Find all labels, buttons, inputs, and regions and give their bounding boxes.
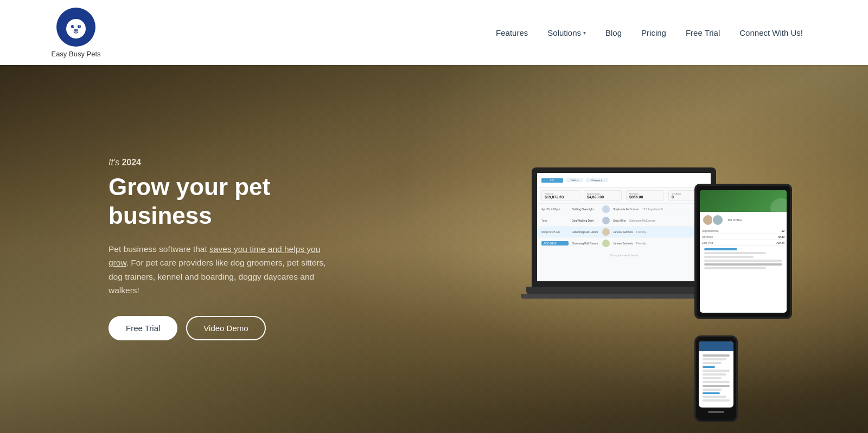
svg-point-5 xyxy=(73,25,74,27)
phone-screen xyxy=(699,341,733,408)
main-nav: Features Solutions ▾ Blog Pricing Free T… xyxy=(496,28,803,37)
free-trial-button[interactable]: Free Trial xyxy=(108,316,177,340)
tablet-banner xyxy=(700,190,787,212)
profile-label: Pet Profiles xyxy=(728,218,742,222)
hero-section: It's 2024 Grow your pet business Pet bus… xyxy=(0,65,868,433)
tablet-data-row: Revenue $480 xyxy=(702,234,784,240)
phone-app-header xyxy=(699,341,733,351)
tablet-bar-6 xyxy=(704,267,766,269)
solutions-dropdown-icon: ▾ xyxy=(583,30,586,36)
svg-point-6 xyxy=(79,25,80,27)
phone-bar-8 xyxy=(703,381,730,383)
hero-content: It's 2024 Grow your pet business Pet bus… xyxy=(0,158,380,340)
table-row: Shop 09:25 am Grooming Full Groom Janese… xyxy=(537,227,711,238)
tablet-bar-4 xyxy=(704,260,782,262)
nav-blog[interactable]: Blog xyxy=(605,28,622,37)
phone-mockup xyxy=(694,335,738,422)
table-row: Tues Dog Walking Daily Sara Miller Steph… xyxy=(537,215,711,227)
phone-content xyxy=(699,351,733,405)
profile-avatar-2 xyxy=(712,214,724,226)
nav-solutions[interactable]: Solutions ▾ xyxy=(547,28,586,37)
client-avatar xyxy=(602,228,610,236)
brand-name: Easy Busy Pets xyxy=(51,50,100,58)
phone-bar-9 xyxy=(703,385,730,387)
tablet-mockup: Pet Profiles Appointments 12 Revenue $48… xyxy=(694,184,792,319)
app-stat-revenue: Revenue $19,872.63 xyxy=(541,190,579,201)
tablet-bar-3 xyxy=(704,256,754,258)
app-stat-net-sales: Net Sales $856.00 xyxy=(626,190,664,201)
client-avatar xyxy=(602,205,610,213)
tablet-body: Pet Profiles Appointments 12 Revenue $48… xyxy=(700,212,787,273)
client-avatar xyxy=(602,240,610,247)
nav-connect[interactable]: Connect With Us! xyxy=(739,28,803,37)
tablet-bar xyxy=(704,248,737,250)
table-row: ADD NEW Grooming Full Groom Janese Sartw… xyxy=(537,238,711,249)
phone-bar-12 xyxy=(703,396,726,398)
app-ui: EBP Staff ▾ Category ▾ Revenue $19,872.6… xyxy=(537,173,711,281)
tablet-banner-circle xyxy=(770,198,787,212)
svg-point-8 xyxy=(73,29,79,33)
phone-home-indicator xyxy=(708,411,724,413)
header: Easy Busy Pets Features Solutions ▾ Blog… xyxy=(0,0,868,65)
client-avatar xyxy=(602,217,610,224)
empty-state: No appointments found xyxy=(537,249,711,261)
tablet-bar-2 xyxy=(704,252,766,254)
phone-bar-7 xyxy=(703,377,722,379)
tablet-data-row: Last Visit Apr 28 xyxy=(702,240,784,246)
laptop-base xyxy=(526,287,722,294)
app-stats-row: Revenue $19,872.63 Appointments $4,623.0… xyxy=(537,188,711,204)
phone-bar-5 xyxy=(703,370,730,372)
status-badge: ADD NEW xyxy=(541,241,569,245)
phone-bar-6 xyxy=(703,373,726,376)
tablet-data-row: Appointments 12 xyxy=(702,228,784,234)
phone-bar-2 xyxy=(703,358,726,360)
logo-area: Easy Busy Pets xyxy=(33,8,119,58)
laptop-screen: EBP Staff ▾ Category ▾ Revenue $19,872.6… xyxy=(532,167,716,287)
phone-bar-3 xyxy=(703,362,722,364)
phone-bar-13 xyxy=(703,399,730,402)
devices-container: EBP Staff ▾ Category ▾ Revenue $19,872.6… xyxy=(532,151,792,422)
tablet-screen: Pet Profiles Appointments 12 Revenue $48… xyxy=(700,190,787,313)
tablet-bar-5 xyxy=(704,263,782,266)
app-staff-dropdown: Staff ▾ xyxy=(566,178,583,182)
app-stat-appointments: Appointments $4,623.00 xyxy=(584,190,622,201)
phone-bar-10 xyxy=(703,389,722,391)
tablet-header-image xyxy=(700,190,787,212)
app-category-dropdown: Category ▾ xyxy=(586,178,608,182)
nav-features[interactable]: Features xyxy=(496,28,528,37)
phone-bar-1 xyxy=(703,354,730,357)
hero-description: Pet business software that saves you tim… xyxy=(108,242,336,298)
profile-row: Pet Profiles xyxy=(702,214,784,226)
nav-free-trial[interactable]: Free Trial xyxy=(686,28,720,37)
phone-bar-11 xyxy=(703,392,720,394)
logo-icon xyxy=(56,8,95,47)
app-logo-bar: EBP xyxy=(541,178,563,183)
video-demo-button[interactable]: Video Demo xyxy=(186,316,265,340)
app-header-bar: EBP Staff ▾ Category ▾ xyxy=(537,173,711,188)
hero-title: Grow your pet business xyxy=(108,173,380,230)
svg-point-3 xyxy=(71,25,74,28)
svg-point-4 xyxy=(78,25,81,28)
hero-buttons: Free Trial Video Demo xyxy=(108,316,380,340)
table-row: Apr 30, 4:00pm Bathing Overnight Stephan… xyxy=(537,204,711,215)
nav-pricing[interactable]: Pricing xyxy=(641,28,666,37)
hero-eyebrow: It's 2024 xyxy=(108,158,380,167)
phone-bar-4 xyxy=(703,366,715,368)
